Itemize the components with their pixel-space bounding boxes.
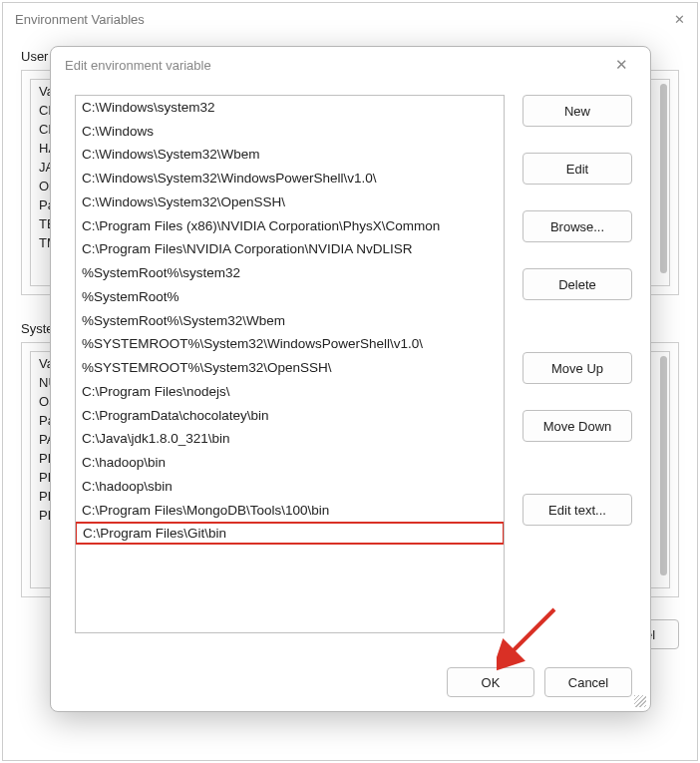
modal-titlebar: Edit environment variable ✕: [51, 47, 650, 83]
path-item[interactable]: C:\hadoop\sbin: [76, 475, 504, 499]
path-item[interactable]: C:\Windows\System32\Wbem: [76, 144, 504, 168]
scrollbar[interactable]: [660, 84, 667, 273]
move-up-button[interactable]: Move Up: [523, 352, 632, 384]
path-item[interactable]: %SystemRoot%: [76, 285, 504, 309]
modal-ok-button[interactable]: OK: [447, 667, 534, 697]
path-item[interactable]: C:\Java\jdk1.8.0_321\bin: [76, 428, 504, 452]
path-listbox[interactable]: C:\Windows\system32C:\WindowsC:\Windows\…: [75, 95, 505, 633]
path-item[interactable]: %SystemRoot%\System32\Wbem: [76, 309, 504, 333]
path-item-empty[interactable]: [76, 591, 504, 615]
move-down-button[interactable]: Move Down: [523, 410, 632, 442]
parent-title: Environment Variables: [15, 12, 145, 27]
path-item[interactable]: C:\Windows\system32: [76, 96, 504, 120]
delete-button[interactable]: Delete: [523, 268, 632, 300]
path-item[interactable]: C:\Program Files\MongoDB\Tools\100\bin: [76, 499, 504, 523]
path-item-empty[interactable]: [76, 544, 504, 568]
resize-grip-icon[interactable]: [634, 695, 646, 707]
path-item[interactable]: C:\Program Files\NVIDIA Corporation\NVID…: [76, 238, 504, 262]
modal-title: Edit environment variable: [65, 58, 211, 73]
modal-side-buttons: New Edit Browse... Delete Move Up Move D…: [523, 95, 632, 649]
path-item-empty[interactable]: [76, 615, 504, 634]
path-item[interactable]: C:\Program Files (x86)\NVIDIA Corporatio…: [76, 214, 504, 238]
path-item[interactable]: C:\Windows\System32\OpenSSH\: [76, 191, 504, 214]
edit-env-var-dialog: Edit environment variable ✕ C:\Windows\s…: [50, 46, 651, 712]
scrollbar[interactable]: [660, 356, 667, 575]
path-item[interactable]: C:\Windows\System32\WindowsPowerShell\v1…: [76, 167, 504, 191]
path-item[interactable]: C:\hadoop\bin: [76, 451, 504, 475]
modal-footer: OK Cancel: [51, 657, 650, 711]
parent-close-icon[interactable]: ✕: [674, 12, 685, 27]
edit-button[interactable]: Edit: [523, 153, 632, 185]
edit-text-button[interactable]: Edit text...: [523, 494, 632, 526]
path-item[interactable]: C:\Windows: [76, 120, 504, 144]
path-item[interactable]: %SYSTEMROOT%\System32\WindowsPowerShell\…: [76, 333, 504, 357]
new-button[interactable]: New: [523, 95, 632, 127]
parent-titlebar: Environment Variables ✕: [3, 3, 697, 35]
path-item[interactable]: C:\Program Files\nodejs\: [76, 380, 504, 404]
modal-cancel-button[interactable]: Cancel: [544, 667, 632, 697]
path-item[interactable]: C:\ProgramData\chocolatey\bin: [76, 404, 504, 428]
path-item[interactable]: %SYSTEMROOT%\System32\OpenSSH\: [76, 356, 504, 380]
path-item-empty[interactable]: [76, 568, 504, 591]
close-icon[interactable]: ✕: [607, 52, 636, 78]
path-item[interactable]: %SystemRoot%\system32: [76, 261, 504, 285]
browse-button[interactable]: Browse...: [523, 210, 632, 242]
path-item[interactable]: C:\Program Files\Git\bin: [75, 522, 505, 546]
